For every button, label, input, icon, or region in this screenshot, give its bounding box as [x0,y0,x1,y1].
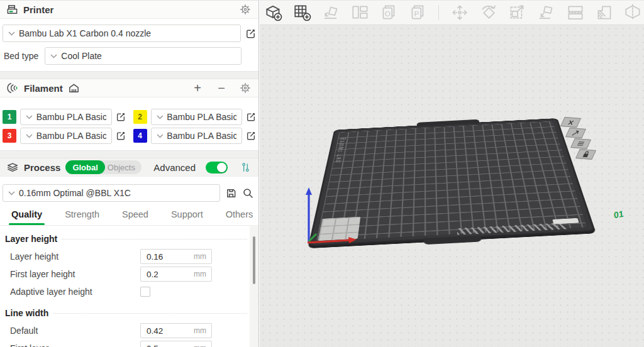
edit-filament-1-icon[interactable] [116,112,126,122]
layer-height-input[interactable]: mm [140,249,212,264]
split-to-parts-button[interactable]: P [408,3,428,23]
default-line-width-input[interactable]: mm [140,323,212,338]
compare-presets-icon[interactable] [240,162,251,173]
param-row-default-line-width: Default mm [5,322,250,339]
unit-label: mm [194,344,211,347]
scale-button[interactable] [507,3,528,23]
edit-filament-4-icon[interactable] [246,131,256,141]
search-icon[interactable] [242,187,253,199]
split-to-objects-button[interactable]: O [379,3,399,23]
edit-printer-preset-icon[interactable] [245,28,256,39]
coordinate-axes [290,181,372,251]
group-line-width: Line width [5,308,250,318]
plate-lock-button[interactable] [575,149,596,160]
filament-4-select[interactable]: Bambu PLA Basic [151,128,243,144]
plate-lock-icon [581,151,591,158]
filament-4-color-swatch[interactable]: 4 [133,129,147,143]
section-divider [0,150,258,158]
printer-icon [6,4,18,16]
adaptive-layer-height-checkbox[interactable] [140,287,150,297]
arrange-button[interactable] [350,3,370,23]
lay-flat-button[interactable] [536,3,557,23]
filament-2-color-swatch[interactable]: 2 [133,110,147,124]
layer-height-field[interactable] [141,252,194,262]
process-layers-icon [6,161,19,174]
chevron-down-icon [26,134,33,138]
remove-filament-button[interactable]: − [214,81,228,96]
rotate-button[interactable] [478,3,499,23]
edit-filament-3-icon[interactable] [116,131,126,141]
toolbar-separator [438,5,439,20]
plate-number: 01 [614,209,624,221]
tab-speed[interactable]: Speed [116,209,155,225]
svg-text:P: P [414,9,419,18]
toggle-knob [217,163,226,172]
printer-section-header: Printer [0,1,258,19]
filament-3-color-swatch[interactable]: 3 [3,129,16,143]
unit-label: mm [194,326,211,335]
filament-1-color-swatch[interactable]: 1 [3,110,16,124]
cut-split-button[interactable] [565,3,586,23]
plate-orient-button[interactable] [565,128,586,138]
unit-label: mm [194,252,211,261]
parameter-list: Layer height Layer height mm First layer… [0,226,258,347]
tab-others[interactable]: Others [219,209,260,225]
move-button[interactable] [449,3,470,23]
first-layer-height-field[interactable] [141,270,194,279]
process-preset-value: 0.16mm Optimal @BBL X1C [19,188,131,198]
filament-2-select[interactable]: Bambu PLA Basic [151,109,243,125]
default-line-width-field[interactable] [141,326,194,336]
plate-arrow-icon [571,129,580,136]
scene-3d[interactable]: Bambu Lab 01 [260,25,644,346]
param-row-layer-height: Layer height mm [5,248,250,265]
add-filament-button[interactable]: + [191,81,204,96]
ams-icon[interactable] [68,82,80,94]
settings-panel: Printer Bambu Lab X1 Carbon 0.4 nozzle B… [0,0,259,347]
filament-spool-icon [6,82,19,94]
auto-orient-button[interactable] [321,3,341,23]
printer-settings-gear-icon[interactable] [240,4,251,15]
filament-1-select[interactable]: Bambu PLA Basic [20,109,112,125]
plate-arrange-button[interactable] [570,138,591,149]
add-object-button[interactable] [263,3,284,23]
tab-quality[interactable]: Quality [5,209,48,225]
param-row-first-layer-height: First layer height mm [5,265,250,283]
params-scrollbar-thumb[interactable] [253,236,255,284]
edit-filament-2-icon[interactable] [246,112,256,122]
tab-strength[interactable]: Strength [58,209,106,225]
paint-button[interactable] [594,3,614,23]
filament-3-name: Bambu PLA Basic [36,131,106,141]
bed-type-select[interactable]: Cool Plate [45,47,242,65]
printer-preset-row: Bambu Lab X1 Carbon 0.4 nozzle [3,25,256,42]
advanced-label: Advanced [153,162,196,173]
param-row-first-layer-line-width: First layer mm [5,339,250,347]
printer-section-title: Printer [23,4,53,15]
first-layer-height-input[interactable]: mm [140,267,212,282]
filament-settings-gear-icon[interactable] [240,82,251,94]
process-section-title: Process [24,162,60,173]
params-scrollbar-track[interactable] [250,225,258,347]
cut-tool-button[interactable] [623,3,643,23]
filament-2-name: Bambu PLA Basic [167,112,236,122]
first-layer-line-width-input[interactable]: mm [140,341,212,347]
process-tabs: Quality Strength Speed Support Others [0,202,258,226]
tab-support[interactable]: Support [165,209,209,225]
scope-objects-option[interactable]: Objects [105,163,142,172]
filament-3-select[interactable]: Bambu PLA Basic [20,128,112,144]
advanced-toggle[interactable] [206,162,228,174]
bed-type-label: Bed type [4,51,38,61]
process-scope-toggle[interactable]: Global Objects [65,160,142,174]
printer-preset-select[interactable]: Bambu Lab X1 Carbon 0.4 nozzle [3,25,241,42]
plate-close-icon [566,119,575,126]
svg-text:O: O [384,9,390,18]
chevron-down-icon [50,54,57,58]
plate-delete-button[interactable] [560,117,581,128]
scope-global-option[interactable]: Global [65,160,104,174]
process-preset-select[interactable]: 0.16mm Optimal @BBL X1C [3,184,220,202]
add-plate-button[interactable] [292,3,313,23]
process-section-header: Process Global Objects Advanced [0,158,258,177]
first-layer-line-width-field[interactable] [141,344,194,347]
save-preset-icon[interactable] [226,188,236,199]
filament-row-3-4: 3 Bambu PLA Basic 4 Bambu PLA Basic [3,127,256,145]
plate-list-icon [576,141,586,147]
